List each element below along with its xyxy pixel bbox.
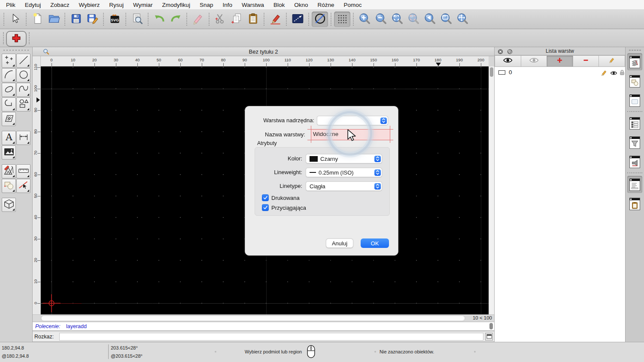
measure-tool-button[interactable] bbox=[16, 164, 30, 178]
line-tool-button[interactable] bbox=[16, 54, 30, 68]
menu-okno[interactable]: Okno bbox=[289, 0, 313, 10]
ellipse-tool-button[interactable] bbox=[2, 83, 16, 97]
menu-r-ne[interactable]: Różne bbox=[313, 0, 339, 10]
vertical-scrollbar[interactable] bbox=[489, 66, 494, 314]
layer-list[interactable]: 0 bbox=[495, 67, 625, 342]
file-save-button[interactable] bbox=[68, 12, 84, 27]
panel-titlebar[interactable]: Lista warstw bbox=[495, 47, 625, 55]
stepper-icon[interactable] bbox=[374, 156, 381, 162]
blocks-tool-button[interactable] bbox=[2, 179, 16, 193]
stepper-icon[interactable] bbox=[380, 118, 387, 124]
filter-window-toggle-button[interactable] bbox=[627, 134, 642, 151]
file-new-button[interactable] bbox=[29, 12, 46, 27]
property-editor-window-toggle-button[interactable] bbox=[627, 115, 642, 132]
hatch-tool-button[interactable] bbox=[2, 112, 16, 126]
flyout-indicator bbox=[12, 175, 15, 177]
scrollbar-thumb[interactable] bbox=[42, 316, 464, 320]
zoom-out-button[interactable] bbox=[373, 12, 389, 27]
stepper-icon[interactable] bbox=[374, 169, 381, 176]
command-input[interactable] bbox=[59, 333, 483, 341]
lineweight-dropdown[interactable]: 0.25mm (ISO) bbox=[306, 168, 382, 177]
file-open-button[interactable] bbox=[46, 12, 62, 27]
menu-blok[interactable]: Blok bbox=[269, 0, 289, 10]
menu-rysuj[interactable]: Rysuj bbox=[104, 0, 128, 10]
eye-show-button[interactable] bbox=[495, 55, 521, 67]
circle-tool-button[interactable] bbox=[16, 68, 30, 82]
v-ruler-label: 30 bbox=[33, 235, 38, 242]
command-window-toggle-button[interactable] bbox=[627, 176, 642, 193]
scrollbar-thumb[interactable] bbox=[490, 67, 493, 77]
plus-button[interactable] bbox=[547, 55, 573, 67]
linetype-dropdown[interactable]: Ciągła bbox=[306, 181, 382, 191]
menu-zmodyfikuj[interactable]: Zmodyfikuj bbox=[158, 0, 195, 10]
paste-button[interactable] bbox=[245, 12, 261, 27]
ok-button[interactable]: OK bbox=[361, 238, 389, 248]
block-list-window-toggle-button[interactable] bbox=[627, 72, 642, 90]
grid-toggle-button[interactable] bbox=[334, 12, 350, 27]
layer-list-window-toggle-button[interactable] bbox=[627, 53, 642, 70]
menu-wymiar[interactable]: Wymiar bbox=[128, 0, 158, 10]
arc-tool-button[interactable] bbox=[2, 68, 16, 82]
undo-button[interactable] bbox=[151, 12, 167, 27]
printable-checkbox[interactable] bbox=[262, 194, 269, 201]
toolbar-separator bbox=[26, 13, 27, 26]
circle-shortcut-button[interactable] bbox=[312, 12, 328, 27]
solid-tool-button[interactable] bbox=[2, 198, 16, 212]
dimension-tool-button[interactable] bbox=[16, 131, 30, 145]
eye-small-icon[interactable] bbox=[610, 69, 617, 77]
menu-snap[interactable]: Snap bbox=[195, 0, 218, 10]
menu-warstwa[interactable]: Warstwa bbox=[237, 0, 269, 10]
pointer-button[interactable] bbox=[7, 12, 23, 27]
scrollbar-thumb[interactable] bbox=[489, 323, 493, 329]
clipboard-window-toggle-button[interactable] bbox=[627, 195, 642, 212]
zoom-selection-button[interactable] bbox=[405, 12, 422, 27]
command-history[interactable]: Polecenie: layeradd bbox=[33, 322, 494, 331]
text-tool-button[interactable]: A bbox=[2, 131, 16, 145]
minus-button[interactable] bbox=[573, 55, 599, 67]
zoom-window-button[interactable] bbox=[438, 12, 454, 27]
pen-settings-window-toggle-button[interactable] bbox=[627, 153, 642, 170]
points-tool-button[interactable] bbox=[2, 54, 16, 68]
statusbar-dot bbox=[474, 351, 476, 353]
menu-pomoc[interactable]: Pomoc bbox=[339, 0, 367, 10]
redo-button[interactable] bbox=[167, 12, 184, 27]
add-layer-tool-button[interactable] bbox=[6, 31, 27, 47]
print-preview-button[interactable] bbox=[129, 12, 145, 27]
stepper-icon[interactable] bbox=[374, 183, 381, 190]
zoom-pan-button[interactable] bbox=[454, 12, 471, 27]
modify-tool-button[interactable] bbox=[16, 179, 30, 193]
image-tool-button[interactable] bbox=[2, 145, 16, 160]
lock-icon[interactable] bbox=[620, 69, 625, 77]
menu-wybierz[interactable]: Wybierz bbox=[74, 0, 105, 10]
pen-edit-button[interactable] bbox=[267, 12, 283, 27]
polyline-tool-button[interactable] bbox=[2, 97, 16, 112]
shapes-tool-button[interactable] bbox=[16, 97, 30, 112]
zoom-previous-button[interactable] bbox=[422, 12, 438, 27]
menu-edytuj[interactable]: Edytuj bbox=[20, 0, 46, 10]
svg-export-button[interactable]: SVG bbox=[106, 12, 123, 27]
undo-icon bbox=[153, 12, 166, 27]
menu-zobacz[interactable]: Zobacz bbox=[46, 0, 74, 10]
erase-button[interactable] bbox=[190, 12, 206, 27]
draft-tool-button[interactable] bbox=[2, 164, 16, 178]
layer-row[interactable]: 0 bbox=[495, 69, 625, 77]
eye-hide-button[interactable] bbox=[521, 55, 547, 67]
library-window-toggle-button[interactable] bbox=[627, 92, 642, 109]
copy-button[interactable] bbox=[228, 12, 245, 27]
cut-button[interactable] bbox=[212, 12, 228, 27]
document-titlebar[interactable]: Bez tytułu 2 bbox=[33, 47, 494, 56]
file-save-as-button[interactable] bbox=[84, 12, 100, 27]
spline-tool-button[interactable] bbox=[16, 83, 30, 97]
zoom-auto-button[interactable] bbox=[389, 12, 405, 27]
pencil-icon[interactable] bbox=[601, 69, 608, 78]
color-dropdown[interactable]: Czarny bbox=[306, 154, 382, 163]
detach-command-button[interactable] bbox=[485, 333, 493, 341]
pencil-button[interactable] bbox=[599, 55, 625, 67]
snappable-checkbox[interactable] bbox=[262, 204, 269, 211]
line-shortcut-button[interactable] bbox=[289, 12, 306, 27]
horizontal-scrollbar[interactable]: 10 < 100 bbox=[33, 314, 494, 322]
menu-plik[interactable]: Plik bbox=[1, 0, 20, 10]
cancel-button[interactable]: Anuluj bbox=[326, 238, 353, 248]
menu-info[interactable]: Info bbox=[218, 0, 237, 10]
zoom-in-button[interactable] bbox=[356, 12, 373, 27]
